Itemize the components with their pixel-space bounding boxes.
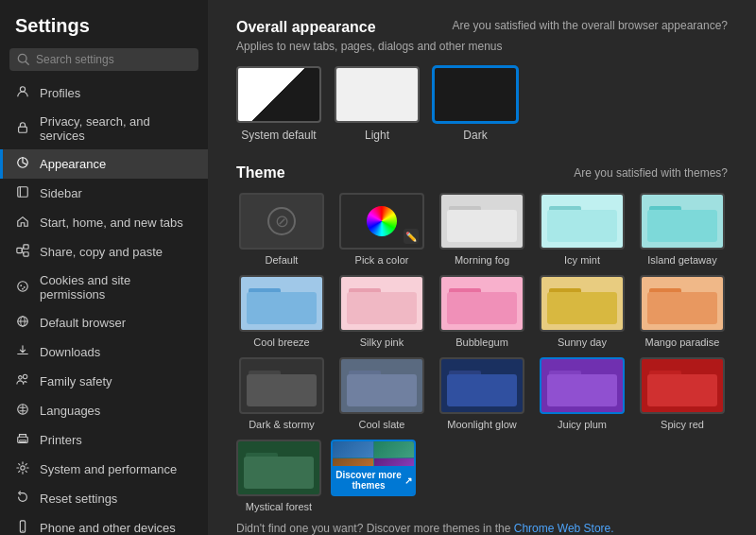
theme-item-discover[interactable]: Discover more themes ↗ placeholder (331, 440, 416, 512)
theme-label-pick-color: Pick a color (355, 254, 409, 266)
theme-label-cool-slate: Cool slate (359, 419, 405, 430)
sidebar-item-default-browser[interactable]: Default browser (0, 308, 208, 337)
svg-rect-5 (18, 187, 28, 198)
theme-thumb-juicy-plum (540, 357, 625, 414)
sidebar-item-start-home[interactable]: Start, home, and new tabs (0, 208, 208, 237)
overall-appearance-feedback[interactable]: Are you satisfied with the overall brows… (453, 19, 729, 32)
svg-point-15 (22, 287, 24, 289)
theme-item-mystical-forest[interactable]: Mystical forest (236, 440, 321, 512)
svg-rect-8 (24, 245, 28, 249)
sidebar-item-reset[interactable]: Reset settings (0, 484, 208, 513)
svg-rect-3 (19, 127, 27, 132)
search-icon (17, 53, 30, 66)
folder-body (647, 210, 717, 242)
sidebar-item-share[interactable]: Share, copy and paste (0, 237, 208, 267)
sidebar-item-label: Languages (40, 404, 100, 418)
cookies-icon (15, 280, 30, 296)
appearance-icon (15, 156, 30, 172)
folder-body (447, 374, 517, 406)
sidebar-item-label: Sidebar (40, 186, 82, 200)
theme-header: Theme Are you satisfied with themes? (236, 164, 728, 181)
sidebar-item-label: Profiles (40, 86, 80, 100)
sidebar-item-label: System and performance (40, 462, 177, 476)
external-link-icon: ↗ (404, 475, 412, 486)
appearance-thumb-light (335, 66, 420, 123)
sidebar-item-printers[interactable]: Printers (0, 425, 208, 455)
theme-item-morning-fog[interactable]: Morning fog (437, 193, 527, 266)
appearance-option-system-default[interactable]: System default (236, 66, 321, 142)
theme-thumb-cool-slate (339, 357, 424, 414)
sidebar-item-label: Reset settings (40, 492, 117, 506)
theme-item-juicy-plum[interactable]: Juicy plum (537, 357, 627, 430)
folder-body (247, 292, 317, 324)
svg-rect-23 (20, 440, 26, 442)
appearance-option-light[interactable]: Light (335, 66, 420, 142)
sidebar-item-label: Downloads (40, 345, 100, 359)
sidebar-item-label: Privacy, search, and services (40, 114, 193, 143)
svg-line-11 (22, 250, 24, 254)
theme-thumb-pick-color: ✏️ (339, 193, 424, 250)
theme-label-cool-breeze: Cool breeze (253, 337, 309, 348)
appearance-label-system-default: System default (241, 129, 316, 142)
sidebar-item-phone[interactable]: Phone and other devices (0, 513, 208, 535)
folder-body (547, 292, 617, 324)
privacy-icon (15, 121, 30, 137)
theme-thumb-moonlight-glow (439, 357, 524, 414)
sidebar-item-appearance[interactable]: Appearance (0, 149, 208, 179)
system-icon (15, 461, 30, 477)
theme-item-silky-pink[interactable]: Silky pink (336, 275, 427, 348)
phone-icon (15, 520, 30, 535)
sidebar-item-cookies[interactable]: Cookies and site permissions (0, 267, 208, 308)
svg-point-13 (20, 285, 22, 286)
sidebar-icon (15, 185, 30, 201)
sidebar-item-privacy[interactable]: Privacy, search, and services (0, 108, 208, 149)
svg-point-20 (23, 374, 26, 378)
folder-body (447, 292, 517, 324)
sidebar-item-sidebar[interactable]: Sidebar (0, 179, 208, 208)
sidebar-item-label: Family safety (40, 374, 112, 388)
search-box[interactable] (9, 48, 198, 71)
folder-body (244, 457, 314, 489)
svg-point-19 (19, 376, 23, 380)
theme-item-pick-color[interactable]: ✏️ Pick a color (336, 193, 427, 266)
theme-item-mango-paradise[interactable]: Mango paradise (637, 275, 728, 348)
sidebar-item-label: Share, copy and paste (40, 245, 163, 259)
theme-item-cool-slate[interactable]: Cool slate (336, 357, 427, 430)
theme-item-sunny-day[interactable]: Sunny day (537, 275, 627, 348)
folder-body (347, 292, 417, 324)
theme-item-dark-stormy[interactable]: Dark & stormy (236, 357, 327, 430)
theme-label-morning-fog: Morning fog (455, 254, 509, 266)
theme-label-juicy-plum: Juicy plum (558, 419, 607, 430)
theme-item-spicy-red[interactable]: Spicy red (637, 357, 728, 430)
theme-item-cool-breeze[interactable]: Cool breeze (236, 275, 327, 348)
discover-more-themes-button[interactable]: Discover more themes ↗ (331, 440, 416, 496)
theme-thumb-default: ⊘ (239, 193, 324, 250)
svg-point-26 (22, 530, 23, 531)
sidebar-item-languages[interactable]: Languages (0, 396, 208, 425)
appearance-label-dark: Dark (463, 129, 487, 142)
family-icon (15, 373, 30, 389)
theme-item-default[interactable]: ⊘ Default (236, 193, 327, 266)
sidebar-item-downloads[interactable]: Downloads (0, 337, 208, 367)
theme-feedback[interactable]: Are you satisfied with themes? (574, 166, 728, 180)
svg-line-1 (26, 61, 28, 64)
theme-item-island-getaway[interactable]: Island getaway (637, 193, 728, 266)
theme-label-mango-paradise: Mango paradise (645, 337, 720, 348)
search-input[interactable] (36, 53, 191, 66)
appearance-option-dark[interactable]: Dark (433, 66, 518, 142)
theme-thumb-cool-breeze (239, 275, 324, 332)
theme-item-bubblegum[interactable]: Bubblegum (437, 275, 527, 348)
folder-body (347, 374, 417, 406)
sidebar-item-profiles[interactable]: Profiles (0, 78, 208, 108)
chrome-store-link[interactable]: Chrome Web Store. (514, 522, 614, 535)
svg-point-2 (20, 87, 25, 92)
theme-thumb-icy-mint (540, 193, 625, 250)
theme-item-moonlight-glow[interactable]: Moonlight glow (437, 357, 527, 430)
pick-color-pencil: ✏️ (404, 229, 419, 244)
sidebar-item-system[interactable]: System and performance (0, 455, 208, 484)
appearance-thumb-dark (433, 66, 518, 123)
sidebar-item-label: Phone and other devices (40, 521, 176, 535)
sidebar-item-family[interactable]: Family safety (0, 367, 208, 396)
theme-item-icy-mint[interactable]: Icy mint (537, 193, 627, 266)
theme-thumb-mango-paradise (640, 275, 725, 332)
